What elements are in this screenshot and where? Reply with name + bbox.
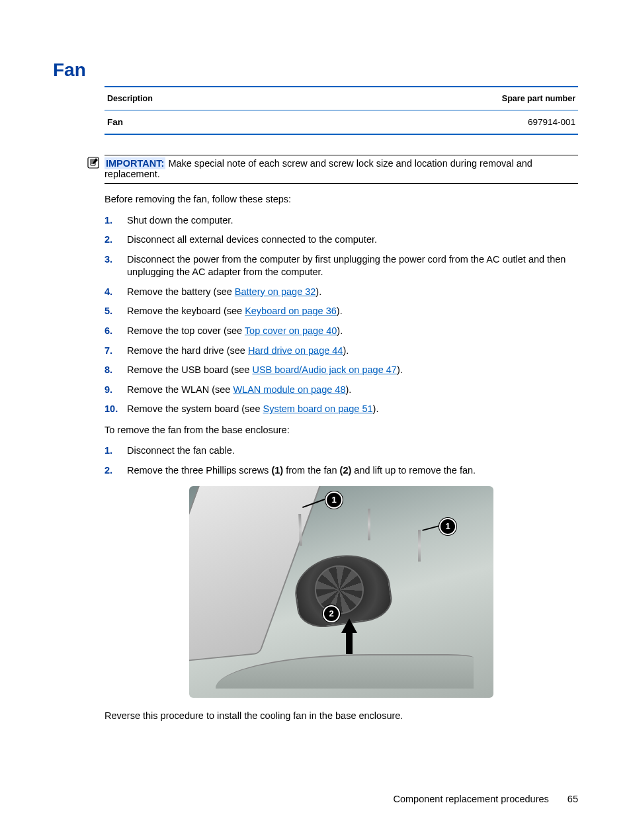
cross-reference-link[interactable]: Battery on page 32 bbox=[235, 286, 316, 297]
closing-text: Reverse this procedure to install the co… bbox=[105, 710, 578, 723]
col-description: Description bbox=[105, 87, 290, 110]
note-icon bbox=[87, 157, 99, 169]
page-footer: Component replacement procedures 65 bbox=[393, 794, 578, 804]
removal-steps-list: 1.Disconnect the fan cable.2.Remove the … bbox=[105, 444, 578, 477]
list-item: 1.Shut down the computer. bbox=[105, 214, 578, 228]
step-number: 9. bbox=[105, 384, 127, 397]
step-text: Remove the hard drive (see Hard drive on… bbox=[127, 345, 349, 358]
step-text: Disconnect the power from the computer b… bbox=[127, 253, 578, 279]
intro2-text: To remove the fan from the base enclosur… bbox=[105, 424, 578, 437]
step-number: 2. bbox=[105, 233, 127, 247]
parts-table: Description Spare part number Fan 697914… bbox=[105, 86, 578, 135]
step-text: Remove the battery (see Battery on page … bbox=[127, 286, 321, 299]
list-item: 5.Remove the keyboard (see Keyboard on p… bbox=[105, 305, 578, 318]
step-text: Remove the keyboard (see Keyboard on pag… bbox=[127, 305, 343, 318]
cross-reference-link[interactable]: Hard drive on page 44 bbox=[248, 345, 343, 356]
list-item: 1.Disconnect the fan cable. bbox=[105, 444, 578, 458]
step-number: 3. bbox=[105, 253, 127, 279]
section-heading: Fan bbox=[53, 60, 578, 81]
step-text: Shut down the computer. bbox=[127, 214, 233, 228]
step-number: 1. bbox=[105, 444, 127, 458]
step-number: 4. bbox=[105, 286, 127, 299]
important-note: IMPORTANT: Make special note of each scr… bbox=[105, 155, 578, 184]
list-item: 7.Remove the hard drive (see Hard drive … bbox=[105, 345, 578, 358]
callout-1: 1 bbox=[439, 518, 456, 535]
cell-spare-part: 697914-001 bbox=[290, 110, 578, 135]
list-item: 8.Remove the USB board (see USB board/Au… bbox=[105, 364, 578, 377]
footer-chapter: Component replacement procedures bbox=[393, 794, 548, 804]
list-item: 3.Disconnect the power from the computer… bbox=[105, 253, 578, 279]
step-text: Remove the three Phillips screws (1) fro… bbox=[127, 464, 476, 478]
step-number: 6. bbox=[105, 325, 127, 338]
list-item: 2.Disconnect all external devices connec… bbox=[105, 233, 578, 247]
step-text: Remove the top cover (see Top cover on p… bbox=[127, 325, 343, 338]
step-number: 7. bbox=[105, 345, 127, 358]
prep-steps-list: 1.Shut down the computer.2.Disconnect al… bbox=[105, 214, 578, 416]
step-number: 10. bbox=[105, 403, 127, 416]
footer-page-number: 65 bbox=[568, 794, 578, 804]
step-number: 5. bbox=[105, 305, 127, 318]
list-item: 9.Remove the WLAN (see WLAN module on pa… bbox=[105, 384, 578, 397]
step-text: Disconnect all external devices connecte… bbox=[127, 233, 377, 247]
list-item: 4.Remove the battery (see Battery on pag… bbox=[105, 286, 578, 299]
important-label: IMPORTANT: bbox=[105, 157, 165, 169]
important-text: Make special note of each screw and scre… bbox=[105, 158, 532, 179]
cross-reference-link[interactable]: Top cover on page 40 bbox=[245, 325, 337, 336]
step-number: 2. bbox=[105, 464, 127, 478]
cross-reference-link[interactable]: USB board/Audio jack on page 47 bbox=[252, 364, 396, 375]
fan-removal-figure: 1 1 2 bbox=[189, 486, 493, 698]
list-item: 6.Remove the top cover (see Top cover on… bbox=[105, 325, 578, 338]
callout-1: 1 bbox=[325, 491, 343, 509]
cross-reference-link[interactable]: WLAN module on page 48 bbox=[233, 384, 345, 395]
step-text: Remove the system board (see System boar… bbox=[127, 403, 378, 416]
cross-reference-link[interactable]: System board on page 51 bbox=[263, 403, 373, 414]
step-text: Remove the WLAN (see WLAN module on page… bbox=[127, 384, 351, 397]
list-item: 10.Remove the system board (see System b… bbox=[105, 403, 578, 416]
step-number: 1. bbox=[105, 214, 127, 228]
table-row: Fan 697914-001 bbox=[105, 110, 578, 135]
cross-reference-link[interactable]: Keyboard on page 36 bbox=[245, 306, 337, 316]
step-text: Remove the USB board (see USB board/Audi… bbox=[127, 364, 403, 377]
list-item: 2.Remove the three Phillips screws (1) f… bbox=[105, 464, 578, 478]
step-number: 8. bbox=[105, 364, 127, 377]
step-text: Disconnect the fan cable. bbox=[127, 444, 235, 458]
intro-text: Before removing the fan, follow these st… bbox=[105, 193, 578, 206]
cell-description: Fan bbox=[105, 110, 290, 135]
col-spare-part: Spare part number bbox=[290, 87, 578, 110]
